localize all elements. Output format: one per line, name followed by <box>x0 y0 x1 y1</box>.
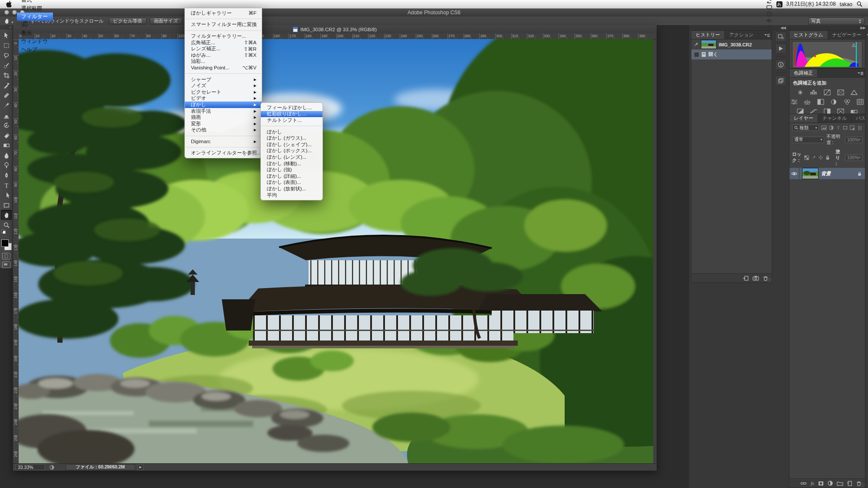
filter-menu-item-レンズ補正...[interactable]: レンズ補正...⇧⌘R <box>185 46 262 52</box>
layer-filter-type-select[interactable]: 種類 ▾ <box>792 124 819 131</box>
new-group-icon[interactable] <box>837 481 843 486</box>
menu-bar-clock[interactable]: 3月21日(水) 14:32:08 <box>786 0 836 8</box>
new-adjustment-layer-icon[interactable] <box>828 481 833 486</box>
filter-menu-item-スマートフィルター用に変換[interactable]: スマートフィルター用に変換 <box>185 22 262 28</box>
blur-submenu-item-ぼかし[interactable]: ぼかし <box>261 129 322 135</box>
menu-3D[interactable]: 3D <box>17 21 53 29</box>
lock-position-icon[interactable] <box>818 155 823 160</box>
new-snapshot-icon[interactable] <box>753 275 759 281</box>
adjustment-channel-mixer-icon[interactable] <box>842 98 852 105</box>
filter-menu-item-変形[interactable]: 変形▶ <box>185 121 262 127</box>
blur-submenu-item-平均[interactable]: 平均 <box>261 192 322 199</box>
tool-brush[interactable] <box>1 100 12 110</box>
filter-menu-item-ぼかしギャラリー[interactable]: ぼかしギャラリー⌘F <box>185 10 262 16</box>
lock-transparency-icon[interactable] <box>804 155 809 160</box>
menu-bar-user[interactable]: takao <box>840 1 852 7</box>
fill-field[interactable]: 100% ▾ <box>845 154 862 161</box>
view-button-1[interactable]: 画面サイズ <box>150 17 183 24</box>
display-icon[interactable] <box>766 4 773 11</box>
menu-ウィンドウ[interactable]: ウィンドウ <box>17 37 53 46</box>
history-step-checkbox[interactable] <box>694 52 699 57</box>
toolbar-collapse-icon[interactable]: » <box>0 25 13 29</box>
resize-grip[interactable] <box>767 278 772 282</box>
tool-eraser[interactable] <box>1 130 12 140</box>
opacity-field[interactable]: 100% ▾ <box>845 137 862 143</box>
new-document-from-state-icon[interactable] <box>743 275 749 281</box>
horizontal-ruler[interactable]: 0102030405060708090100110120130140150160… <box>19 33 657 39</box>
resize-grip[interactable] <box>861 483 865 488</box>
adjustment-photo-filter-icon[interactable] <box>829 98 839 105</box>
layer-visibility-toggle[interactable] <box>789 168 799 179</box>
history-snapshot-row[interactable]: IMG_3038.CR2 <box>691 39 772 49</box>
status-options-arrow-icon[interactable]: ▶ <box>138 464 144 470</box>
apple-menu-icon[interactable] <box>0 1 17 7</box>
tab-アクション[interactable]: アクション <box>725 31 758 39</box>
lock-pixels-icon[interactable] <box>811 155 816 160</box>
tool-history-brush[interactable] <box>1 120 12 130</box>
panel-menu-icon[interactable] <box>857 69 865 77</box>
adjustment-color-lookup-icon[interactable] <box>856 98 865 105</box>
filter-adjustment-layers-icon[interactable] <box>829 125 834 130</box>
filter-menu-item-ピクセレート[interactable]: ピクセレート▶ <box>185 89 262 95</box>
filter-menu-item-フィルターギャラリー...[interactable]: フィルターギャラリー... <box>185 33 262 39</box>
layer-row-background[interactable]: 背景 <box>789 168 865 179</box>
sync-icon[interactable] <box>766 0 773 4</box>
filter-menu-item-ゆがみ...[interactable]: ゆがみ...⇧⌘X <box>185 52 262 59</box>
filter-menu-item-その他[interactable]: その他▶ <box>185 127 262 134</box>
filter-menu-item-描画[interactable]: 描画▶ <box>185 114 262 121</box>
new-layer-icon[interactable] <box>847 481 852 486</box>
menu-選択範囲[interactable]: 選択範囲 <box>17 4 53 13</box>
layer-comps-panel-icon[interactable] <box>775 75 786 86</box>
adjustment-curves-icon[interactable] <box>822 88 832 96</box>
filter-toggle-switch[interactable] <box>857 125 862 131</box>
filter-menu-item-Vanishing Point...[interactable]: Vanishing Point...⌥⌘V <box>185 65 262 71</box>
blur-submenu-item-ぼかし (表面)...[interactable]: ぼかし (表面)... <box>261 180 322 186</box>
blur-submenu-item-ぼかし (放射状)...[interactable]: ぼかし (放射状)... <box>261 186 322 192</box>
lock-all-icon[interactable] <box>825 155 830 160</box>
adjustment-exposure-icon[interactable] <box>836 88 845 96</box>
tool-marquee[interactable] <box>1 40 12 50</box>
tool-pen[interactable] <box>1 170 12 180</box>
history-brush-source-icon[interactable] <box>693 42 699 47</box>
time-machine-icon[interactable] <box>766 11 773 17</box>
tool-gradient[interactable] <box>1 140 12 150</box>
filter-shape-layers-icon[interactable] <box>843 125 848 130</box>
menu-書式[interactable]: 書式 <box>17 0 53 4</box>
file-size-info[interactable]: ファイル : 60.2M/60.2M <box>66 464 135 470</box>
tab-パス[interactable]: パス <box>852 114 868 122</box>
tool-dodge[interactable] <box>1 160 12 170</box>
filter-menu-item-ぼかし[interactable]: ぼかし▶ <box>185 102 262 108</box>
vertical-ruler[interactable]: 0102030405060708090100110120130140150160… <box>13 39 19 464</box>
tool-eyedropper[interactable] <box>1 80 12 90</box>
adjustment-brightness-contrast-icon[interactable] <box>796 88 805 96</box>
view-button-0[interactable]: ピクセル等倍 <box>109 17 147 24</box>
zoom-level-field[interactable]: 33.33% <box>16 464 45 470</box>
tool-hand[interactable] <box>1 210 12 220</box>
info-panel-icon[interactable] <box>775 59 786 70</box>
screen-mode-button[interactable] <box>2 262 10 268</box>
color-swatches[interactable] <box>1 236 12 251</box>
blur-submenu-item-フィールドぼかし...[interactable]: フィールドぼかし... <box>261 105 322 111</box>
blend-mode-select[interactable]: 通常 ▾ <box>792 137 824 143</box>
tool-preset-arrow-icon[interactable]: ▼ <box>11 21 14 24</box>
volume-icon[interactable] <box>766 17 773 24</box>
blur-submenu-item-ぼかし (ボックス)...[interactable]: ぼかし (ボックス)... <box>261 148 322 154</box>
history-step-row[interactable]: 開く <box>691 49 772 59</box>
input-method-icon[interactable]: あ <box>776 1 783 7</box>
wifi-icon[interactable] <box>766 30 773 37</box>
hand-tool-preset-icon[interactable] <box>3 18 10 24</box>
blur-submenu-item-ぼかし (シェイプ)...[interactable]: ぼかし (シェイプ)... <box>261 141 322 148</box>
add-layer-mask-icon[interactable] <box>818 481 824 486</box>
adjustment-black-white-icon[interactable] <box>816 98 825 105</box>
histogram-warning-icon[interactable]: ⚠ <box>852 43 856 48</box>
minimize-button[interactable] <box>12 10 17 15</box>
tab-レイヤー[interactable]: レイヤー <box>789 114 818 122</box>
blur-submenu-item-虹彩絞りぼかし...[interactable]: 虹彩絞りぼかし... <box>261 111 322 118</box>
blur-submenu-item-ぼかし (移動)...[interactable]: ぼかし (移動)... <box>261 160 322 167</box>
tool-clone-stamp[interactable] <box>1 110 12 120</box>
filter-menu-item-表現手法[interactable]: 表現手法▶ <box>185 108 262 115</box>
filter-type-layers-icon[interactable]: T <box>836 125 841 130</box>
filter-menu-item-シャープ[interactable]: シャープ▶ <box>185 76 262 83</box>
adjustment-levels-icon[interactable] <box>809 88 819 96</box>
blur-submenu-item-ぼかし (詳細)...[interactable]: ぼかし (詳細)... <box>261 173 322 180</box>
